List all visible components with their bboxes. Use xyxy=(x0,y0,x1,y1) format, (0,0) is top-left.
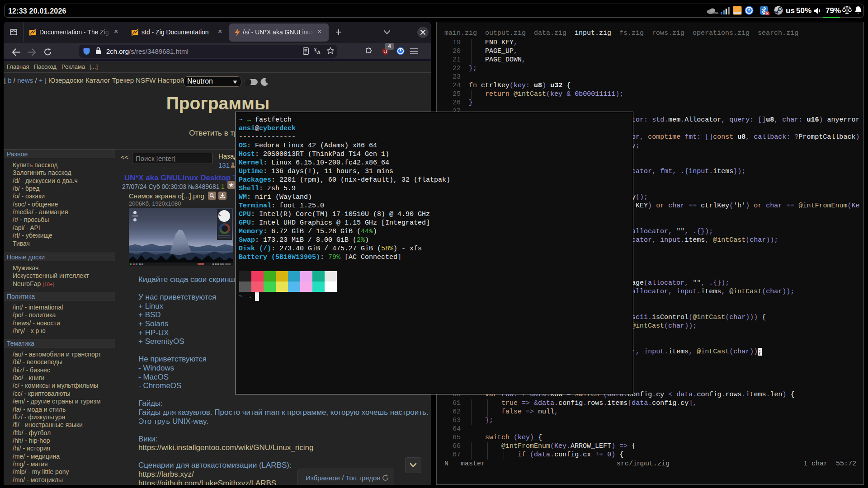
svg-text:¥: ¥ xyxy=(314,47,316,52)
svg-text:A: A xyxy=(317,50,321,55)
